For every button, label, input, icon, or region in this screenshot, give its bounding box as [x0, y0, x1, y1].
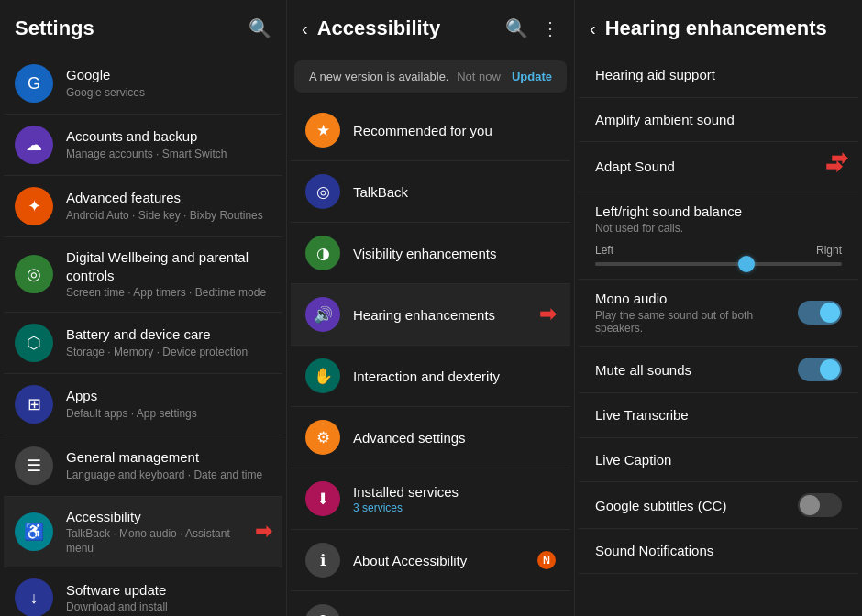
right-item-sound_notifications[interactable]: Sound Notifications	[579, 529, 858, 574]
slider-left-label-lr_balance: Left	[595, 244, 613, 257]
hearing-list: Hearing aid support Amplify ambient soun…	[575, 53, 862, 616]
toggle-knob-mono_audio	[820, 302, 840, 323]
item-title-wellbeing: Digital Wellbeing and parental controls	[66, 248, 271, 284]
toggle-title-mute_all: Mute all sounds	[595, 362, 787, 378]
item-title-battery: Battery and device care	[66, 325, 271, 344]
slider-track-lr_balance[interactable]	[595, 262, 842, 266]
item-title-apps: Apps	[66, 387, 271, 405]
right-title-amplify: Amplify ambient sound	[595, 111, 842, 129]
left-panel: Settings 🔍 G Google Google services ☁ Ac…	[0, 0, 287, 616]
toggle-google_subtitles[interactable]	[798, 493, 842, 517]
icon-advanced: ✦	[15, 187, 53, 226]
middle-more-button[interactable]: ⋮	[541, 17, 559, 39]
right-item-amplify[interactable]: Amplify ambient sound	[579, 98, 858, 143]
acc-text-talkback: TalkBack	[353, 184, 556, 200]
acc-text-installed: Installed services 3 services	[353, 484, 556, 514]
right-item-live_transcribe[interactable]: Live Transcribe	[579, 393, 858, 438]
toggle-knob-mute_all	[820, 359, 840, 380]
right-item-live_caption[interactable]: Live Caption	[579, 438, 858, 483]
icon-google: G	[15, 64, 53, 103]
middle-header: ‹ Accessibility 🔍 ⋮	[287, 0, 574, 53]
update-button[interactable]: Update	[512, 70, 552, 83]
item-text-advanced: Advanced features Android Auto · Side ke…	[66, 189, 271, 223]
acc-title-talkback: TalkBack	[353, 184, 556, 200]
item-subtitle-advanced: Android Auto · Side key · Bixby Routines	[66, 209, 271, 224]
item-title-google: Google	[66, 66, 271, 84]
item-subtitle-accounts: Manage accounts · Smart Switch	[66, 148, 271, 162]
toggle-title-mono_audio: Mono audio	[595, 291, 787, 306]
right-panel: ‹ Hearing enhancements Hearing aid suppo…	[575, 0, 862, 616]
left-search-button[interactable]: 🔍	[249, 17, 271, 39]
acc-text-interaction: Interaction and dexterity	[353, 368, 556, 384]
acc-item-installed[interactable]: ⬇ Installed services 3 services	[291, 468, 570, 530]
item-text-apps: Apps Default apps · App settings	[66, 387, 271, 421]
item-title-general: General management	[66, 448, 271, 467]
acc-item-contact[interactable]: ? Contact us	[291, 591, 570, 616]
acc-item-interaction[interactable]: ✋ Interaction and dexterity	[291, 346, 570, 407]
middle-search-button[interactable]: 🔍	[505, 17, 528, 39]
settings-item-general[interactable]: ☰ General management Language and keyboa…	[4, 435, 282, 497]
item-title-accounts: Accounts and backup	[66, 127, 271, 146]
toggle-mute_all[interactable]	[798, 358, 842, 381]
acc-icon-about: ℹ	[305, 543, 340, 578]
acc-icon-interaction: ✋	[305, 358, 340, 393]
left-header-icons: 🔍	[249, 17, 271, 39]
settings-item-apps[interactable]: ⊞ Apps Default apps · App settings	[4, 374, 282, 435]
badge-about: N	[537, 551, 556, 569]
right-back-button[interactable]: ‹	[590, 18, 596, 39]
slider-lr_balance[interactable]: Left/right sound balance Not used for ca…	[579, 192, 858, 280]
not-now-button[interactable]: Not now	[457, 70, 501, 83]
item-text-general: General management Language and keyboard…	[66, 448, 271, 482]
slider-labels-lr_balance: Left Right	[595, 244, 842, 257]
toggle-info-mono_audio: Mono audio Play the same sound out of bo…	[595, 291, 798, 335]
settings-item-accounts[interactable]: ☁ Accounts and backup Manage accounts · …	[4, 115, 282, 176]
acc-text-hearing: Hearing enhancements	[353, 307, 526, 323]
toggle-info-google_subtitles: Google subtitles (CC)	[595, 498, 798, 513]
slider-fill-lr_balance	[595, 262, 743, 266]
toggle-mono_audio[interactable]	[798, 301, 842, 324]
toggle-row-google_subtitles[interactable]: Google subtitles (CC)	[579, 482, 858, 529]
toggle-row-mute_all[interactable]: Mute all sounds	[579, 346, 858, 393]
acc-title-advanced: Advanced settings	[353, 430, 556, 446]
accessibility-list: ★ Recommended for you ◎ TalkBack ◑ Visib…	[287, 100, 574, 616]
item-title-software: Software update	[66, 581, 271, 600]
acc-text-about: About Accessibility	[353, 553, 525, 568]
toggle-subtitle-mono_audio: Play the same sound out of both speakers…	[595, 309, 787, 335]
acc-item-visibility[interactable]: ◑ Visibility enhancements	[291, 223, 570, 284]
item-title-accessibility: Accessibility	[66, 508, 242, 526]
middle-back-button[interactable]: ‹	[302, 18, 308, 39]
left-panel-title: Settings	[15, 16, 94, 40]
right-header-back: ‹ Hearing enhancements	[590, 16, 827, 40]
acc-item-about[interactable]: ℹ About Accessibility N	[291, 530, 570, 591]
right-header: ‹ Hearing enhancements	[575, 0, 862, 53]
item-subtitle-general: Language and keyboard · Date and time	[66, 468, 271, 483]
slider-thumb-lr_balance[interactable]	[738, 256, 755, 272]
right-item-hearing_aid[interactable]: Hearing aid support	[579, 53, 858, 98]
settings-item-advanced[interactable]: ✦ Advanced features Android Auto · Side …	[4, 176, 282, 237]
middle-panel: ‹ Accessibility 🔍 ⋮ A new version is ava…	[287, 0, 575, 616]
acc-text-recommended: Recommended for you	[353, 123, 556, 138]
toggle-row-mono_audio[interactable]: Mono audio Play the same sound out of bo…	[579, 280, 858, 346]
right-title-sound_notifications: Sound Notifications	[595, 542, 842, 560]
right-title-live_transcribe: Live Transcribe	[595, 406, 842, 424]
settings-item-google[interactable]: G Google Google services	[4, 53, 282, 115]
item-subtitle-apps: Default apps · App settings	[66, 407, 271, 422]
icon-accessibility: ♿	[15, 512, 53, 551]
right-panel-title: Hearing enhancements	[605, 16, 827, 40]
settings-item-accessibility[interactable]: ♿ Accessibility TalkBack · Mono audio · …	[4, 497, 282, 568]
acc-item-talkback[interactable]: ◎ TalkBack	[291, 161, 570, 223]
acc-icon-contact: ?	[305, 604, 340, 616]
red-arrow-accessibility: ➡	[255, 520, 271, 544]
settings-item-software[interactable]: ↓ Software update Download and install	[4, 567, 282, 616]
item-subtitle-battery: Storage · Memory · Device protection	[66, 346, 271, 360]
acc-item-recommended[interactable]: ★ Recommended for you	[291, 100, 570, 161]
settings-item-wellbeing[interactable]: ◎ Digital Wellbeing and parental control…	[4, 237, 282, 313]
right-item-adapt_sound[interactable]: Adapt Sound ➡ ➡	[579, 142, 858, 192]
acc-icon-visibility: ◑	[305, 236, 340, 270]
acc-item-advanced[interactable]: ⚙ Advanced settings	[291, 407, 570, 468]
acc-icon-hearing: 🔊	[305, 297, 340, 332]
item-text-wellbeing: Digital Wellbeing and parental controls …	[66, 248, 271, 301]
settings-item-battery[interactable]: ⬡ Battery and device care Storage · Memo…	[4, 313, 282, 374]
acc-item-hearing[interactable]: 🔊 Hearing enhancements ➡	[291, 284, 570, 346]
item-subtitle-software: Download and install	[66, 600, 271, 615]
